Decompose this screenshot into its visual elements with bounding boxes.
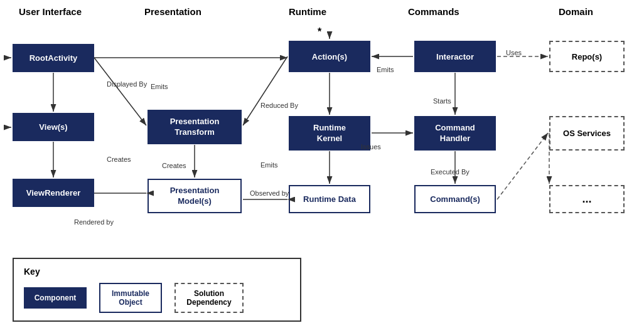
key-section: Key Component Immutable Object Solution … (13, 258, 301, 322)
presentation-transform-box: Presentation Transform (148, 110, 242, 144)
label-emits1: Emits (151, 83, 168, 90)
key-solution-dependency: Solution Dependency (174, 283, 244, 313)
key-immutable-object: Immutable Object (99, 283, 162, 313)
header-commands: Commands (408, 6, 459, 17)
runtime-kernel-box: Runtime Kernel (289, 116, 370, 151)
label-creates2: Creates (162, 162, 186, 169)
label-creates: Creates (107, 156, 131, 163)
os-services-box: OS Services (549, 116, 625, 151)
label-emits2: Emits (260, 161, 278, 169)
label-starts: Starts (433, 97, 451, 105)
runtime-data-box: Runtime Data (289, 185, 370, 213)
label-observed-by: Observed by (250, 189, 289, 197)
label-emits3: Emits (377, 66, 394, 73)
svg-line-12 (243, 56, 287, 125)
diagram-container: User Interface Presentation Runtime Comm… (0, 0, 644, 263)
interactor-box: Interactor (414, 41, 496, 72)
label-issues: Issues (361, 143, 381, 151)
header-domain: Domain (559, 6, 593, 17)
svg-line-3 (94, 58, 146, 125)
commands-box: Command(s) (414, 185, 496, 213)
command-handler-box: Command Handler (414, 116, 496, 151)
label-executed-by: Executed By (431, 168, 470, 176)
ellipsis-box: ... (549, 185, 625, 213)
header-runtime: Runtime (289, 6, 326, 17)
view-renderer-box: ViewRenderer (13, 179, 94, 207)
svg-line-19 (497, 133, 548, 199)
key-items: Component Immutable Object Solution Depe… (24, 283, 290, 313)
label-rendered-by: Rendered by (74, 218, 114, 226)
key-component: Component (24, 287, 87, 309)
label-reduced-by: Reduced By (260, 102, 298, 109)
key-title: Key (24, 267, 290, 277)
repo-box: Repo(s) (549, 41, 625, 72)
views-box: View(s) (13, 113, 94, 141)
star-symbol: * (318, 26, 321, 38)
presentation-model-box: Presentation Model(s) (148, 179, 242, 213)
header-user-interface: User Interface (19, 6, 82, 17)
root-activity-box: RootActivity (13, 44, 94, 72)
header-presentation: Presentation (144, 6, 201, 17)
actions-box: Action(s) (289, 41, 370, 72)
label-displayed-by: Displayed By (107, 80, 147, 88)
label-uses: Uses (506, 49, 522, 56)
